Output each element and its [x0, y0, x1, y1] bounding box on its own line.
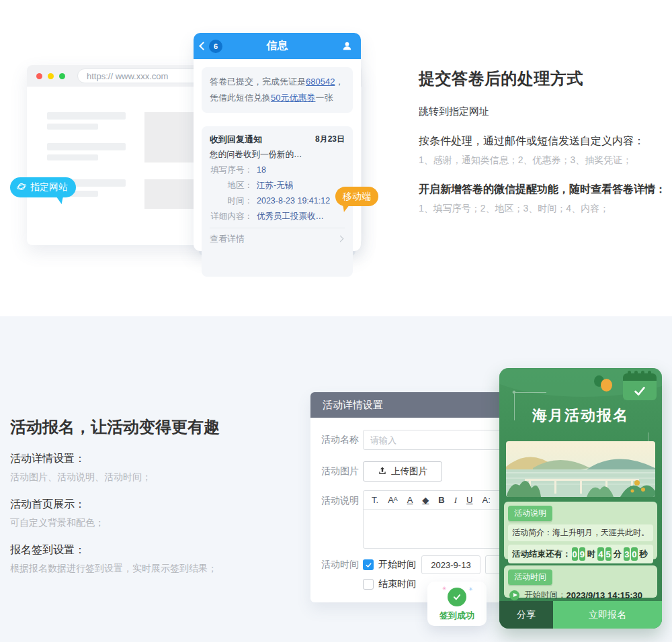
activity-phone-preview: 海月活动报名 [499, 368, 662, 629]
signup-button-label: 立即报名 [589, 609, 626, 621]
sparkle-icon: ✳ [468, 586, 473, 592]
notice-row: 详细内容： 优秀员工投票收… [210, 209, 345, 224]
feature-group-heading: 报名签到设置： [10, 543, 306, 557]
feature-line: 开启新增答卷的微信提醒功能，随时查看答卷详情： [419, 183, 669, 197]
image-label: 活动图片 [321, 465, 363, 477]
row-label: 填写序号： [210, 163, 253, 178]
time-label: 活动时间 [321, 559, 363, 571]
activity-banner-illustration [506, 441, 655, 497]
feature-section-submit: 提交答卷后的处理方式 跳转到指定网址 按条件处理，通过邮件或短信发送自定义内容：… [419, 68, 669, 215]
minimize-window-dot[interactable] [48, 73, 54, 79]
contact-button[interactable] [341, 40, 353, 54]
skeleton-line [47, 124, 98, 130]
desc-label: 活动说明 [321, 495, 363, 507]
sms-message-card: 答卷已提交，完成凭证是680542，凭借此短信兑换50元优惠券一张 [202, 67, 353, 113]
upload-image-button[interactable]: 上传图片 [363, 461, 442, 481]
sms-text: ， [335, 77, 343, 87]
activity-intro: 活动简介：海上升明月，天涯共此时。 [508, 524, 653, 541]
form-row-endtime: 结束时间 [321, 578, 416, 590]
sparkle-icon: ✳ [442, 586, 447, 592]
upload-button-label: 上传图片 [391, 465, 427, 477]
unread-count-badge: 6 [209, 40, 222, 53]
sms-text: 一张 [315, 93, 333, 103]
end-time-checkbox[interactable] [363, 579, 374, 590]
sms-text: 答卷已提交，完成凭证是 [210, 77, 306, 87]
time-badge: 活动时间 [508, 569, 552, 585]
share-button-label: 分享 [517, 609, 536, 621]
globe-icon [16, 181, 27, 194]
letter-spacing-button[interactable]: A: [482, 495, 490, 505]
row-value: 江苏-无锡 [257, 178, 293, 193]
countdown-unit: 秒 [640, 549, 648, 560]
skeleton-line [47, 154, 98, 160]
chevron-right-icon [337, 236, 344, 242]
activity-title: 海月活动报名 [499, 406, 662, 426]
countdown-unit: 时 [587, 549, 596, 560]
italic-button[interactable]: I [454, 495, 457, 506]
view-detail-label: 查看详情 [210, 233, 245, 245]
close-window-dot[interactable] [36, 73, 42, 79]
checkin-success-label: 签到成功 [439, 610, 474, 622]
notice-date: 8月23日 [315, 134, 345, 145]
countdown-digit: 0 [631, 547, 637, 561]
font-size-button[interactable]: Aᴬ [388, 495, 398, 505]
form-header-title: 活动详情设置 [323, 399, 383, 412]
name-label: 活动名称 [321, 434, 363, 446]
site-callout-label: 指定网站 [30, 181, 68, 193]
calendar-check-icon [623, 373, 657, 400]
countdown-unit: 分 [614, 549, 622, 560]
form-row-image: 活动图片 上传图片 [321, 461, 442, 481]
coupon-link[interactable]: 50元优惠券 [271, 93, 315, 103]
messages-panel: 6 信息 答卷已提交，完成凭证是680542，凭借此短信兑换50元优惠券一张 收… [194, 33, 361, 251]
feature-group-desc: 可自定义背景和配色； [10, 517, 306, 529]
start-date-input[interactable] [421, 555, 480, 574]
activity-time-card: 活动时间 开始时间： 2023/9/13 14:15:30 [504, 565, 657, 598]
notice-row: 地区： 江苏-无锡 [210, 178, 345, 193]
notice-row: 填写序号： 18 [210, 163, 345, 178]
notice-summary: 您的问卷收到一份新的… [210, 147, 345, 163]
activity-desc-card: 活动说明 活动简介：海上升明月，天涯共此时。 活动结束还有： 0 9 时 4 5… [504, 502, 657, 559]
feature-group-heading: 活动首页展示： [10, 498, 306, 512]
feature-group-heading: 活动详情设置： [10, 452, 306, 466]
font-color-button[interactable]: A [407, 495, 413, 505]
countdown-label: 活动结束还有： [512, 549, 571, 560]
phone-action-bar: 分享 立即报名 [499, 601, 662, 629]
notice-title: 收到回复通知 [210, 134, 262, 146]
bold-button[interactable]: B [438, 495, 444, 505]
row-label: 时间： [210, 193, 253, 209]
feature-line: 按条件处理，通过邮件或短信发送自定义内容： [419, 134, 669, 148]
start-time-value: 2023/9/13 14:15:30 [566, 590, 642, 600]
feature-section-signup: 活动报名，让活动变得更有趣 活动详情设置： 活动图片、活动说明、活动时间； 活动… [10, 416, 306, 575]
share-button[interactable]: 分享 [499, 601, 553, 629]
voucher-code-link[interactable]: 680542 [306, 77, 335, 87]
start-time-checkbox[interactable] [363, 559, 374, 570]
font-style-button[interactable]: T. [372, 495, 378, 505]
reply-notice-card: 收到回复通知 8月23日 您的问卷收到一份新的… 填写序号： 18 地区： 江苏… [202, 126, 353, 277]
checkin-success-card: ✳ ✳ 签到成功 [427, 582, 487, 626]
back-button[interactable]: 6 [200, 33, 222, 59]
underline-button[interactable]: U [466, 495, 472, 505]
countdown-digit: 3 [624, 547, 630, 561]
balloon-icon [601, 379, 612, 392]
maximize-window-dot[interactable] [59, 73, 65, 79]
signup-now-button[interactable]: 立即报名 [553, 601, 662, 629]
skeleton-line [47, 143, 126, 150]
countdown-digit: 9 [579, 547, 585, 561]
view-detail-link[interactable]: 查看详情 [210, 228, 345, 249]
url-text: https:// www.xxx.com [87, 71, 168, 81]
countdown-digit: 0 [572, 547, 578, 561]
countdown-digit: 4 [597, 547, 603, 561]
feature-line: 跳转到指定网址 [419, 105, 669, 118]
desc-badge: 活动说明 [508, 506, 552, 521]
skeleton-line [47, 112, 126, 120]
countdown-row: 活动结束还有： 0 9 时 4 5 分 3 0 秒 [508, 545, 653, 563]
end-time-label: 结束时间 [378, 578, 416, 590]
play-icon [509, 590, 519, 600]
feature-subline: 1、填写序号；2、地区；3、时间；4、内容； [419, 203, 669, 215]
site-callout-bubble: 指定网站 [10, 177, 76, 197]
row-value: 优秀员工投票收… [257, 209, 324, 224]
notice-row: 时间： 2023-8-23 19:41:12 [210, 193, 345, 209]
feature-title: 提交答卷后的处理方式 [419, 68, 669, 89]
success-check-icon [448, 588, 466, 606]
fill-color-button[interactable]: ◆ [422, 495, 429, 505]
